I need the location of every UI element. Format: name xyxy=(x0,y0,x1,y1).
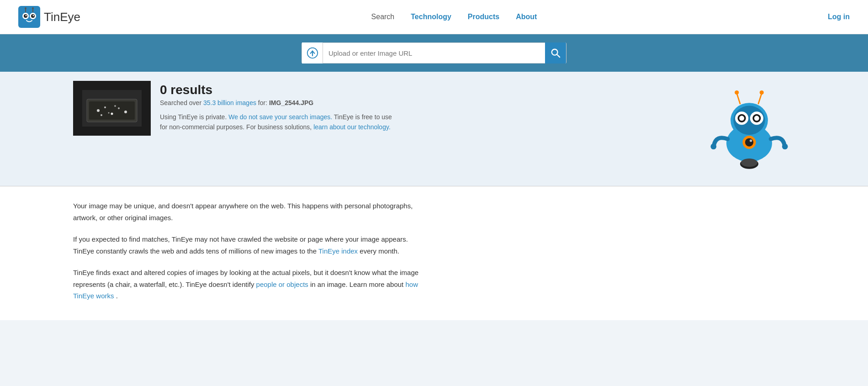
svg-point-37 xyxy=(755,116,757,118)
results-privacy: Using TinEye is private. We do not save … xyxy=(160,112,397,132)
svg-point-22 xyxy=(118,107,120,109)
svg-point-19 xyxy=(97,109,100,112)
search-bar xyxy=(0,34,868,72)
paragraph-matches-after: every month. xyxy=(360,247,399,255)
robot-mascot xyxy=(704,81,795,172)
svg-point-33 xyxy=(740,116,741,118)
results-left: 0 results Searched over 35.3 billion ima… xyxy=(73,81,397,136)
thumbnail-placeholder xyxy=(73,81,151,136)
logo-icon xyxy=(18,6,40,28)
svg-point-6 xyxy=(33,15,34,16)
svg-point-45 xyxy=(710,143,716,149)
image-thumbnail xyxy=(73,81,151,136)
svg-point-42 xyxy=(735,90,739,95)
tineye-index-link[interactable]: TinEye index xyxy=(318,247,358,255)
svg-rect-0 xyxy=(18,6,40,28)
people-objects-link[interactable]: people or objects xyxy=(256,280,308,288)
technology-link[interactable]: learn about our technology. xyxy=(313,123,391,131)
svg-point-20 xyxy=(104,106,106,108)
svg-point-23 xyxy=(124,111,127,113)
svg-point-10 xyxy=(32,7,34,9)
results-info: 0 results Searched over 35.3 billion ima… xyxy=(160,81,397,132)
svg-point-32 xyxy=(739,116,744,121)
svg-point-44 xyxy=(760,90,764,95)
paragraph-matches: If you expected to find matches, TinEye … xyxy=(73,233,429,257)
search-icon xyxy=(550,48,561,58)
login-button[interactable]: Log in xyxy=(828,13,850,21)
search-container xyxy=(302,42,566,63)
robot-mascot-area xyxy=(704,81,795,172)
main-content: Your image may be unique, and doesn't ap… xyxy=(0,186,868,320)
for-label: for: xyxy=(258,99,269,106)
svg-line-14 xyxy=(557,54,560,57)
svg-point-5 xyxy=(26,15,27,16)
svg-line-43 xyxy=(758,93,762,104)
svg-point-48 xyxy=(741,159,757,167)
privacy-text: Using TinEye is private. xyxy=(160,113,227,121)
billion-images-link[interactable]: 35.3 billion images xyxy=(203,99,256,106)
nav-search[interactable]: Search xyxy=(371,13,395,21)
paragraph-pixels-middle: in an image. Learn more about xyxy=(310,280,403,288)
no-save-link[interactable]: We do not save your search images. xyxy=(228,113,332,121)
logo-link[interactable]: TinEye xyxy=(18,6,80,28)
results-count: 0 results xyxy=(160,83,397,97)
logo-text: TinEye xyxy=(44,10,80,24)
svg-point-24 xyxy=(101,114,102,116)
svg-line-41 xyxy=(737,93,740,104)
search-button[interactable] xyxy=(545,42,566,63)
header: TinEye Search Technology Products About … xyxy=(0,0,868,34)
svg-point-40 xyxy=(750,139,752,142)
paragraph-pixels-end: . xyxy=(116,292,118,300)
svg-point-25 xyxy=(114,105,116,107)
results-searched-text: Searched over 35.3 billion images for: I… xyxy=(160,99,397,106)
nav-products[interactable]: Products xyxy=(468,13,499,21)
svg-rect-18 xyxy=(89,101,135,120)
svg-point-26 xyxy=(108,112,110,114)
upload-icon xyxy=(307,47,318,59)
svg-point-39 xyxy=(745,138,753,146)
paragraph-pixels: TinEye finds exact and altered copies of… xyxy=(73,267,429,302)
filename-label: IMG_2544.JPG xyxy=(269,99,313,106)
svg-point-21 xyxy=(111,113,113,115)
paragraph-unique: Your image may be unique, and doesn't ap… xyxy=(73,200,429,223)
svg-point-36 xyxy=(754,116,759,121)
paragraph-matches-before: If you expected to find matches, TinEye … xyxy=(73,235,408,255)
svg-point-8 xyxy=(25,7,26,9)
nav-technology[interactable]: Technology xyxy=(411,13,451,21)
paragraph-unique-text: Your image may be unique, and doesn't ap… xyxy=(73,202,413,222)
searched-label: Searched over xyxy=(160,99,201,106)
search-input[interactable] xyxy=(323,49,545,57)
nav-about[interactable]: About xyxy=(516,13,537,21)
results-area: 0 results Searched over 35.3 billion ima… xyxy=(0,72,868,186)
svg-point-46 xyxy=(782,143,788,149)
main-nav: Search Technology Products About xyxy=(371,13,537,21)
upload-button[interactable] xyxy=(302,42,323,63)
